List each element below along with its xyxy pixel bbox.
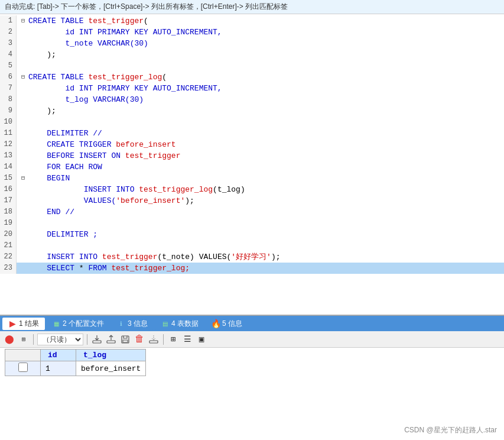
readonly-select[interactable]: （只读） [37,334,83,345]
tab-info[interactable]: ℹ 3 信息 [111,318,154,330]
grid-layout-icon[interactable]: ⊞ [167,334,179,345]
footer: CSDN @星光下的赶路人.star [0,423,504,438]
svg-rect-4 [149,341,158,343]
code-line-13: 13 BEFORE INSERT ON test_trigger [0,150,504,161]
import-icon[interactable] [105,334,117,345]
autocomplete-hint-text: 自动完成: [Tab]-> 下一个标签，[Ctrl+Space]-> 列出所有标… [5,2,288,11]
toolbar-separator-2 [87,334,87,345]
toolbar-separator-3 [163,334,164,345]
grid-small-icon: ⊞ [18,334,30,345]
code-line-10: 10 [0,117,504,128]
line-number-6: 6 [0,72,17,83]
toolbar-row: ⬤ ⊞ （只读） 🗑 [0,331,504,348]
line-content-4: ); [28,49,504,60]
code-line-20: 20 DELIMITER ; [0,229,504,240]
line-content-15: BEGIN [28,173,504,184]
line-number-18: 18 [0,206,17,218]
line-number-22: 22 [0,251,17,263]
code-line-9: 9 ); [0,105,504,117]
line-content-18: END // [28,206,504,218]
line-content-8: t_log VARCHAR(30) [28,94,504,105]
code-line-22: 22 INSERT INTO test_trigger(t_note) VALU… [0,251,504,263]
code-editor[interactable]: 1⊟CREATE TABLE test_trigger(2 id INT PRI… [0,14,504,316]
line-number-1: 1 [0,15,17,27]
table-row[interactable]: 1before_insert [5,361,146,376]
tab-info2-label: 5 信息 [222,319,242,329]
code-line-21: 21 [0,240,504,251]
fold-btn-6[interactable]: ⊟ [19,72,27,83]
record-dot-icon: ⬤ [4,334,15,345]
line-content-13: BEFORE INSERT ON test_trigger [28,150,504,161]
tab-profiles-label: 2 个配置文件 [63,319,104,329]
line-content-16: INSERT INTO test_trigger_log(t_log) [28,184,504,195]
line-number-20: 20 [0,229,17,240]
line-number-12: 12 [0,139,17,150]
line-content-3: t_note VARCHAR(30) [28,38,504,49]
bottom-panel: ▶ 1 结果 ▦ 2 个配置文件 ℹ 3 信息 ▤ 4 表数据 🔥 5 信息 ⬤… [0,316,504,438]
line-number-3: 3 [0,38,17,49]
line-content-23: SELECT * FROM test_trigger_log; [28,263,504,274]
line-number-10: 10 [0,117,17,128]
code-line-1: 1⊟CREATE TABLE test_trigger( [0,15,504,27]
tabs-bar: ▶ 1 结果 ▦ 2 个配置文件 ℹ 3 信息 ▤ 4 表数据 🔥 5 信息 [0,316,504,331]
tab-results[interactable]: ▶ 1 结果 [2,318,45,330]
refresh-icon[interactable] [148,334,160,345]
row-checkbox-0[interactable] [18,363,28,372]
line-number-13: 13 [0,150,17,161]
form-layout-icon[interactable]: ▣ [196,334,207,345]
grid-icon: ▤ [161,319,169,328]
autocomplete-hint-bar: 自动完成: [Tab]-> 下一个标签，[Ctrl+Space]-> 列出所有标… [0,0,504,14]
line-content-6: CREATE TABLE test_trigger_log( [28,72,504,83]
result-area[interactable]: id t_log 1before_insert [0,348,504,423]
save-icon[interactable] [119,334,131,345]
code-line-17: 17 VALUES('before_insert'); [0,195,504,206]
svg-rect-1 [107,341,115,343]
col-tlog-header: t_log [76,350,146,361]
code-line-18: 18 END // [0,206,504,218]
line-content-11: DELIMITER // [28,128,504,139]
tab-tabledata[interactable]: ▤ 4 表数据 [155,318,204,330]
line-number-15: 15 [0,173,17,184]
tab-results-label: 1 结果 [19,319,39,329]
line-number-7: 7 [0,83,17,94]
code-line-12: 12 CREATE TRIGGER before_insert [0,139,504,150]
line-content-2: id INT PRIMARY KEY AUTO_INCREMENT, [28,27,504,38]
line-content-22: INSERT INTO test_trigger(t_note) VALUES(… [28,251,504,263]
line-number-2: 2 [0,27,17,38]
line-number-4: 4 [0,49,17,60]
export-icon[interactable] [91,334,103,345]
code-line-3: 3 t_note VARCHAR(30) [0,38,504,49]
svg-rect-0 [93,341,101,343]
code-line-11: 11 DELIMITER // [0,128,504,139]
line-number-17: 17 [0,195,17,206]
fold-btn-1[interactable]: ⊟ [19,15,27,27]
delete-icon[interactable]: 🗑 [134,334,145,345]
svg-rect-3 [123,340,128,342]
line-number-16: 16 [0,184,17,195]
watermark-text: CSDN @星光下的赶路人.star [404,426,497,434]
tab-info-label: 3 信息 [128,319,148,329]
line-content-14: FOR EACH ROW [28,161,504,173]
line-content-7: id INT PRIMARY KEY AUTO_INCREMENT, [28,83,504,94]
line-content-20: DELIMITER ; [28,229,504,240]
line-content-1: CREATE TABLE test_trigger( [28,15,504,27]
line-content-9: ); [28,105,504,117]
result-tbody: 1before_insert [5,361,146,376]
table-header-row: id t_log [5,350,146,361]
tab-profiles[interactable]: ▦ 2 个配置文件 [46,318,110,330]
line-number-5: 5 [0,60,17,72]
line-number-9: 9 [0,105,17,117]
fold-btn-15[interactable]: ⊟ [19,173,27,184]
toolbar-separator-1 [33,334,34,345]
code-line-2: 2 id INT PRIMARY KEY AUTO_INCREMENT, [0,27,504,38]
tab-info2[interactable]: 🔥 5 信息 [206,318,248,330]
info-icon: ℹ [117,319,125,328]
code-line-5: 5 [0,60,504,72]
code-line-7: 7 id INT PRIMARY KEY AUTO_INCREMENT, [0,83,504,94]
code-line-14: 14 FOR EACH ROW [0,161,504,173]
line-number-23: 23 [0,263,17,274]
checkbox-header [5,350,41,361]
cell-tlog-0: before_insert [76,361,146,376]
flame-icon: 🔥 [212,319,220,328]
list-layout-icon[interactable]: ☰ [181,334,193,345]
